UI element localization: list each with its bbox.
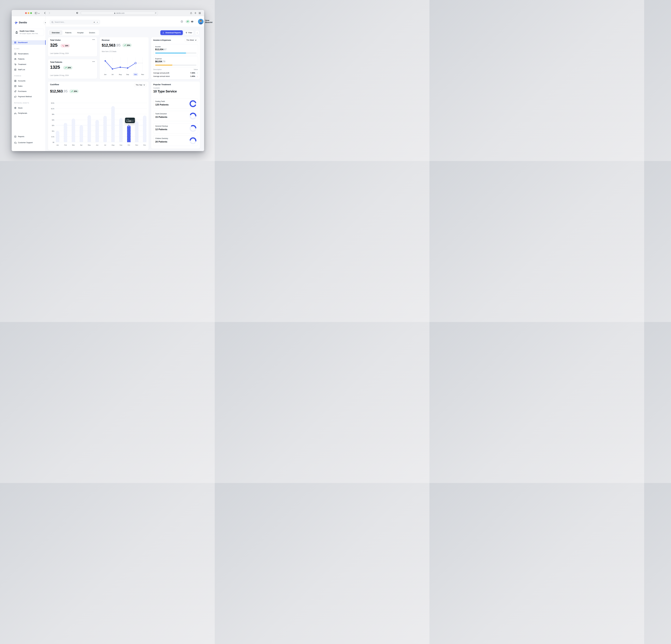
headset-icon <box>14 141 16 144</box>
close-window-button[interactable] <box>25 12 27 14</box>
filter-button[interactable]: Filter <box>184 30 194 35</box>
share-icon[interactable] <box>190 12 193 14</box>
tab-overview[interactable]: Overview <box>49 30 62 35</box>
progress-ring <box>189 113 197 120</box>
trend-down-icon <box>62 45 64 47</box>
popular-treatment-card: Popular Treatment Available 10 Type Serv… <box>151 81 200 149</box>
bar-aug <box>111 106 115 142</box>
sidebar-item-dashboard[interactable]: Dashboard <box>12 40 46 45</box>
arrow-up-icon: ↑ <box>197 72 198 74</box>
ellipsis-icon[interactable]: ••• <box>92 61 95 63</box>
lock-icon <box>114 12 115 14</box>
x-axis-label: Jun <box>94 144 100 146</box>
section-label-clinic: CLINIC <box>14 48 20 50</box>
new-tab-icon[interactable] <box>194 12 197 14</box>
patients-change-badge: 20% <box>63 66 73 69</box>
revenue-line-chart: JunJulAugSepOctNov <box>100 37 149 80</box>
arrow-down-icon: ↓ <box>197 75 198 77</box>
svg-text:Oct: Oct <box>134 74 137 75</box>
bar-highlight-dot <box>128 125 129 126</box>
list-icon <box>14 68 16 71</box>
flag-icon[interactable] <box>186 20 190 23</box>
help-icon[interactable] <box>180 20 183 23</box>
trend-up-icon <box>65 67 67 69</box>
dentlo-logo-icon <box>14 21 18 24</box>
svg-text:Jul: Jul <box>112 74 114 75</box>
sidebar-item-staff-list[interactable]: Staff List <box>12 67 46 72</box>
cashflow-card: Cashflow This Year $12,563.95 20% Total … <box>48 81 149 150</box>
clinic-selector[interactable]: Health Care Cilinic 20 Cooper Square, Ne… <box>13 29 44 36</box>
forward-icon[interactable] <box>48 12 51 14</box>
chevron-down-icon[interactable] <box>37 12 40 15</box>
cashflow-amount: $12,563.95 20% <box>50 89 79 93</box>
download-icon <box>162 32 164 34</box>
y-axis-label: $1k <box>49 130 54 132</box>
sidebar-item-accounts[interactable]: Accounts <box>12 78 46 83</box>
y-axis-label: $2k <box>49 125 54 126</box>
sidebar: Dentlo Health Care Cilinic 20 Cooper Squ… <box>12 16 46 151</box>
trend-up-icon <box>71 90 73 92</box>
sidebar-item-patients[interactable]: Patients <box>12 56 46 62</box>
treatment-item: Children Dentistry 20 Patients <box>153 136 198 146</box>
bar-jun <box>96 120 99 142</box>
x-axis-label: Aug <box>110 144 116 146</box>
sidebar-item-reservations[interactable]: Reservations <box>12 51 46 56</box>
back-icon[interactable] <box>43 12 46 14</box>
cmd-keycap: ⌘ <box>93 21 96 24</box>
period-select[interactable]: This Week <box>185 38 198 42</box>
url-text: dentlo.com <box>116 12 124 14</box>
tab-overview-icon[interactable] <box>198 12 201 14</box>
bar-chart-icon <box>14 136 16 138</box>
bar-tooltip: Total $ 2089.54 <box>125 118 135 123</box>
flag-count: 1/4 <box>191 21 193 23</box>
browser-toolbar: dentlo.com ⟳ <box>12 10 204 16</box>
sidebar-item-purchases[interactable]: Purchases <box>12 89 46 94</box>
cashflow-change-badge: 20% <box>69 90 79 93</box>
sidebar-item-treatment[interactable]: Treatment <box>12 62 46 67</box>
sidebar-item-reports[interactable]: Reports <box>12 134 46 139</box>
svg-text:Jun: Jun <box>104 74 106 75</box>
url-bar[interactable]: dentlo.com ⟳ <box>81 11 158 15</box>
download-reports-button[interactable]: Download Reports <box>160 30 183 35</box>
bar-feb <box>64 123 67 142</box>
x-axis-label: Jul <box>102 144 108 146</box>
tab-doctors[interactable]: Doctors <box>86 30 98 35</box>
box-icon <box>14 107 16 109</box>
progress-ring <box>189 137 197 144</box>
sidebar-toggle-icon[interactable] <box>35 12 37 14</box>
income-box: Income $12,034.67 <box>153 44 198 55</box>
expense-box: Expense $8,034.78 <box>153 56 198 67</box>
period-select[interactable]: This Year <box>134 83 147 87</box>
calendar-plus-icon <box>14 53 16 55</box>
progress-ring <box>189 125 197 132</box>
sidebar-item-stock[interactable]: Stock <box>12 105 46 111</box>
search-bar[interactable]: ⌘ K <box>50 20 100 24</box>
x-axis-label: Oct <box>126 144 132 146</box>
user-role: Owner <box>205 22 210 24</box>
reload-icon[interactable]: ⟳ <box>155 12 156 14</box>
cashflow-bar-chart: Total $ 2089.54 $0$.5k$1k$2k$4k$8k$12k$1… <box>55 103 147 142</box>
search-input[interactable] <box>55 20 87 24</box>
minimize-window-button[interactable] <box>28 12 29 14</box>
clinic-name: Health Care Cilinic <box>20 30 34 32</box>
tab-hospital[interactable]: Hospital <box>74 30 86 35</box>
more-options-button[interactable]: ⋮ <box>195 30 199 35</box>
bar-dec <box>143 116 147 142</box>
income-expenses-card: Income & Expenses This Week Income $12,0… <box>151 37 200 79</box>
shield-icon[interactable] <box>76 12 79 14</box>
tab-patients[interactable]: Patients <box>62 30 74 35</box>
bar-oct <box>127 125 130 142</box>
sidebar-item-customer-support[interactable]: Customer Support <box>12 140 46 145</box>
x-axis-label: Dec <box>141 144 148 146</box>
clinic-building-icon <box>15 31 18 34</box>
sidebar-item-peripherals[interactable]: Peripherals <box>12 111 46 116</box>
sidebar-item-sales[interactable]: Sales <box>12 83 46 89</box>
x-axis-label: Mar <box>70 144 77 146</box>
dashboard-grid-icon <box>14 41 16 44</box>
avatar[interactable] <box>198 19 204 24</box>
section-label-physical-assets: PHYSICAL ASSETS <box>14 102 29 104</box>
logo[interactable]: Dentlo <box>14 21 27 24</box>
ellipsis-icon[interactable]: ••• <box>92 39 95 40</box>
zoom-window-button[interactable] <box>30 12 32 14</box>
sidebar-item-payment-method[interactable]: Payment Method <box>12 94 46 99</box>
